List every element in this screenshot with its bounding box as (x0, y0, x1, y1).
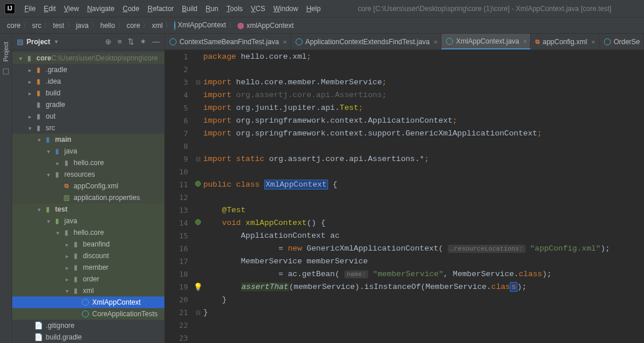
tree-item-out[interactable]: ▸▮out (12, 110, 164, 122)
code-line[interactable]: 21⊟} (165, 306, 644, 319)
menu-build[interactable]: Build (182, 5, 197, 13)
intention-bulb-icon[interactable]: 💡 (193, 283, 203, 291)
tree-arrow-icon[interactable]: ▾ (26, 125, 34, 131)
code-line[interactable]: 9⊟import static org.assertj.core.api.Ass… (165, 152, 644, 165)
code-line[interactable]: 23 (165, 331, 644, 343)
tree-item-member[interactable]: ▸▮member (12, 262, 164, 273)
editor-tab[interactable]: ApplicationContextExtendsFindTest.java× (291, 34, 442, 49)
close-icon[interactable]: × (283, 38, 286, 45)
code-line[interactable]: 10 (165, 165, 644, 178)
breadcrumb-item[interactable]: xml (152, 22, 163, 30)
chevron-down-icon[interactable]: ▼ (54, 39, 59, 45)
code-line[interactable]: 6import org.springframework.context.Appl… (165, 114, 644, 127)
tree-arrow-icon[interactable]: ▸ (26, 67, 34, 73)
tree-arrow-icon[interactable]: ▾ (45, 172, 53, 178)
tree-item--idea[interactable]: ▸▮.idea (12, 76, 164, 87)
code-line[interactable]: 15 ApplicationContext ac (165, 229, 644, 242)
breadcrumb-item[interactable]: core (127, 22, 140, 30)
tree-item-build-gradle[interactable]: 📄build.gradle (12, 331, 164, 343)
tree-arrow-icon[interactable]: ▾ (45, 148, 53, 155)
menu-refactor[interactable]: Refactor (147, 5, 174, 13)
breadcrumb-item[interactable]: test (53, 22, 64, 30)
breadcrumb-item[interactable]: XmlAppContext (174, 21, 226, 30)
tree-arrow-icon[interactable]: ▸ (26, 90, 34, 97)
code-line[interactable]: 1package hello.core.xml; (165, 50, 644, 63)
tree-item--gitignore[interactable]: 📄.gitignore (12, 320, 164, 331)
tree-arrow-icon[interactable]: ▾ (54, 230, 62, 236)
editor-tab[interactable]: ⧉appConfig.xml× (531, 34, 599, 49)
tree-arrow-icon[interactable]: ▸ (26, 113, 34, 120)
tree-item-java[interactable]: ▾▮java (12, 145, 164, 157)
code-line[interactable]: 17 MemberService memberService (165, 255, 644, 267)
tree-item-main[interactable]: ▾▮main (12, 134, 164, 145)
tree-item-test[interactable]: ▾▮test (12, 203, 164, 215)
tree-item-java[interactable]: ▾▮java (12, 215, 164, 227)
tree-item-xmlappcontext[interactable]: XmlAppContext (12, 296, 164, 308)
code-line[interactable]: 8 (165, 140, 644, 152)
code-line[interactable]: 2 (165, 63, 644, 76)
menu-navigate[interactable]: Navigate (87, 5, 114, 13)
run-gutter-icon[interactable] (195, 181, 201, 187)
tree-item-xml[interactable]: ▾▮xml (12, 285, 164, 296)
menu-window[interactable]: Window (274, 5, 298, 13)
breadcrumb-item[interactable]: src (32, 22, 41, 30)
code-line[interactable]: 3⊟import hello.core.member.MemberService… (165, 76, 644, 88)
tree-arrow-icon[interactable]: ▾ (35, 206, 44, 213)
breadcrumb-item[interactable]: core (7, 22, 20, 30)
code-line[interactable]: 20 } (165, 293, 644, 306)
code-line[interactable]: 14 void xmlAppContext() { (165, 216, 644, 229)
close-icon[interactable]: × (523, 38, 527, 45)
code-line[interactable]: 11public class XmlAppContext { (165, 178, 644, 191)
fold-icon[interactable]: ⊟ (196, 79, 200, 85)
editor-tab[interactable]: XmlAppContext.java× (441, 34, 531, 49)
editor-tab[interactable]: ContextSameBeanFindTest.java× (165, 34, 291, 49)
breadcrumb-item[interactable]: hello (100, 22, 115, 30)
project-tree[interactable]: ▾▮core C:\Users\user\Desktop\spring\core… (12, 50, 164, 343)
tree-arrow-icon[interactable]: ▸ (63, 276, 71, 283)
fold-icon[interactable]: ⊟ (196, 156, 200, 162)
tree-item-application-properties[interactable]: ▥application.properties (12, 192, 164, 203)
code-line[interactable]: 5import org.junit.jupiter.api.Test; (165, 101, 644, 114)
breadcrumb-item[interactable]: xmlAppContext (238, 22, 293, 30)
menu-edit[interactable]: Edit (44, 5, 56, 13)
run-gutter-icon[interactable] (195, 219, 201, 225)
tree-item-discount[interactable]: ▸▮discount (12, 250, 164, 262)
tree-arrow-icon[interactable]: ▾ (17, 55, 25, 62)
editor-tab[interactable]: OrderSe (599, 34, 644, 49)
tree-item-order[interactable]: ▸▮order (12, 273, 164, 285)
menu-view[interactable]: View (64, 5, 79, 13)
editor-body[interactable]: 1package hello.core.xml;23⊟import hello.… (165, 50, 644, 343)
collapse-all-icon[interactable]: ⇅ (128, 37, 134, 46)
fold-icon[interactable]: ⊟ (196, 309, 200, 316)
code-line[interactable]: 4import org.assertj.core.api.Assertions; (165, 88, 644, 101)
tree-item-resources[interactable]: ▾▮resources (12, 169, 164, 180)
menu-help[interactable]: Help (306, 5, 321, 13)
tree-item-hello-core[interactable]: ▸▮hello.core (12, 157, 164, 169)
tree-arrow-icon[interactable]: ▾ (45, 218, 53, 224)
tree-item-beanfind[interactable]: ▸▮beanfind (12, 238, 164, 250)
hide-icon[interactable]: — (152, 37, 160, 46)
tree-arrow-icon[interactable]: ▸ (63, 253, 71, 259)
tree-arrow-icon[interactable]: ▸ (54, 160, 62, 166)
tree-item-coreapplicationtests[interactable]: CoreApplicationTests (12, 308, 164, 320)
code-line[interactable]: 18 = ac.getBean( name: "memberService", … (165, 267, 644, 280)
menu-run[interactable]: Run (206, 5, 218, 13)
close-icon[interactable]: × (591, 38, 595, 45)
select-opened-file-icon[interactable]: ⊕ (105, 37, 111, 46)
tree-item--gradle[interactable]: ▸▮.gradle (12, 64, 164, 76)
tree-item-appconfig-xml[interactable]: ⧉appConfig.xml (12, 180, 164, 192)
close-icon[interactable]: × (434, 38, 437, 45)
tree-item-build[interactable]: ▸▮build (12, 87, 164, 99)
code-line[interactable]: 22 (165, 319, 644, 331)
menu-code[interactable]: Code (123, 5, 139, 13)
settings-icon[interactable]: ✶ (140, 37, 146, 46)
menu-tools[interactable]: Tools (226, 5, 243, 13)
tree-arrow-icon[interactable]: ▾ (35, 137, 44, 143)
tree-arrow-icon[interactable]: ▾ (63, 288, 71, 294)
code-line[interactable]: 19💡 assertThat(memberService).isInstance… (165, 280, 644, 293)
project-panel-title[interactable]: Project (27, 38, 51, 46)
menu-vcs[interactable]: VCS (251, 5, 265, 13)
code-line[interactable]: 7import org.springframework.context.supp… (165, 127, 644, 140)
breadcrumb-item[interactable]: java (76, 22, 89, 30)
tree-arrow-icon[interactable]: ▸ (26, 78, 34, 85)
